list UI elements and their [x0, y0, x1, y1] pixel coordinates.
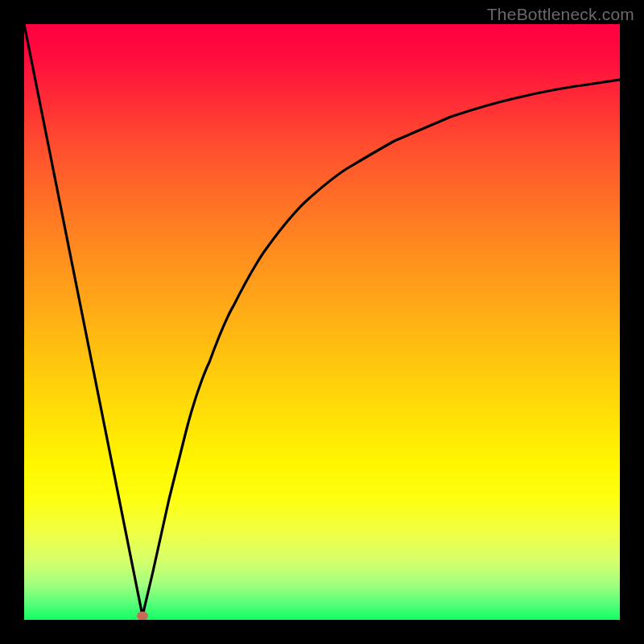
- bottleneck-curve: [24, 24, 620, 616]
- curve-layer: [24, 24, 620, 620]
- plot-area: [24, 24, 620, 620]
- minimum-marker: [137, 612, 148, 621]
- attribution-label: TheBottleneck.com: [487, 5, 634, 24]
- chart-frame: TheBottleneck.com: [0, 0, 644, 644]
